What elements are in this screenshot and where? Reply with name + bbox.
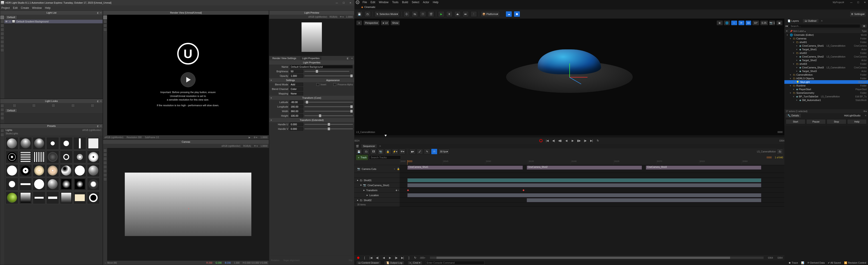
brightness-slider[interactable] [305, 71, 349, 72]
width-slider[interactable] [305, 111, 353, 112]
look-tool-d-icon[interactable] [0, 116, 4, 120]
rv-opts-icon[interactable]: ⚙ ▾ [254, 136, 257, 139]
cmd-button[interactable]: >_ Cmd ▾ [408, 261, 423, 265]
outliner-row[interactable]: ▾🌐Cinematic (Editor)World [784, 33, 868, 37]
hdrls-studio-tab[interactable]: HdrLightStudio [842, 114, 862, 117]
lon-input[interactable]: 180.00 [289, 105, 303, 108]
rv-tool-d-icon[interactable] [103, 28, 107, 31]
loop-button[interactable]: ↻ [596, 139, 600, 143]
tab-light-properties[interactable]: Light Properties [301, 56, 321, 60]
goto-start-button[interactable]: |◀ [545, 139, 549, 143]
tool-solo-icon[interactable] [0, 32, 4, 35]
preset-item[interactable] [60, 151, 72, 163]
prop-blendch-select[interactable]: Color [289, 87, 303, 91]
hu-slider[interactable] [305, 124, 353, 125]
seq-loop-button[interactable]: ↻ [413, 256, 417, 260]
outliner-settings-button[interactable]: ⚙ [861, 24, 867, 28]
step-button[interactable]: ⏭ [463, 11, 469, 17]
more-play-button[interactable]: ⋮ [471, 11, 477, 17]
chevron-down-icon[interactable]: ▾ [796, 66, 798, 69]
clip[interactable] [407, 193, 761, 197]
menu-window[interactable]: Window [32, 6, 42, 9]
lp-eye-icon[interactable]: 👁 ▾ [340, 16, 344, 18]
width-input[interactable]: 360.00 [289, 109, 303, 113]
seq-step-fwd-button[interactable]: |▶ [394, 256, 398, 260]
record-button[interactable] [539, 139, 543, 143]
chevron-down-icon[interactable]: ▾ [796, 99, 798, 102]
clip[interactable]: CineCamera_Shot2 [527, 165, 642, 170]
preset-item[interactable] [60, 178, 72, 190]
outliner-row[interactable]: ▾🗀HDRLS ObjectsFolder [784, 77, 868, 80]
canvas-tool-f-icon[interactable] [103, 169, 107, 173]
undock-icon[interactable]: ◧ [97, 125, 99, 127]
status-saved[interactable]: ✔ All Saved [828, 261, 841, 264]
track-location[interactable]: ▸ Location [354, 193, 400, 198]
cinematics-button[interactable]: 🎬 [428, 11, 434, 17]
close-icon[interactable]: ✕ [100, 11, 102, 14]
undock-icon[interactable]: ◧ [97, 100, 99, 102]
seq-snap-button[interactable]: ⊓ [431, 149, 437, 155]
track-transform[interactable]: ▸ Transform◆＋ [354, 188, 400, 193]
tool-lock-icon[interactable] [0, 36, 4, 39]
play-forward-button[interactable]: ▶ [570, 139, 575, 143]
ue-max-button[interactable]: ☐ [855, 0, 861, 4]
preset-item[interactable] [46, 137, 59, 150]
seq-name[interactable]: LS_CameraMotion [757, 151, 776, 153]
play-reverse-button[interactable]: ◀ [564, 139, 568, 143]
ue-menu-select[interactable]: Select [412, 1, 419, 4]
step-back-button[interactable]: ◀▮ [558, 139, 562, 143]
seq-goto-start-button[interactable]: |◀ [369, 256, 373, 260]
preset-item[interactable] [46, 151, 59, 163]
prop-brightness-input[interactable]: 50 [289, 70, 303, 73]
outliner-row[interactable]: ▾🗀shot03Folder [784, 62, 868, 66]
presets-tab-studio[interactable]: StudioLights [6, 132, 18, 135]
selection-mode-button[interactable]: 🖱 Selection Mode ▾ [375, 11, 400, 17]
light-preview-view[interactable] [269, 19, 354, 55]
rv-play-icon[interactable]: ▶ [249, 136, 250, 139]
viewport[interactable]: ≡ Perspective ● Lit Show ⊕ 🌐 ↔ ⟳ 10 10° … [354, 19, 784, 135]
prop-name-input[interactable] [289, 65, 353, 69]
chevron-down-icon[interactable]: ▾ [790, 77, 792, 80]
outliner-row[interactable]: ▾◆CineCamera_Shot2LS_CameraMotionCineCam… [784, 55, 868, 58]
status-derived[interactable]: ⟳ Derived Data [807, 261, 825, 264]
menu-project[interactable]: Project [1, 6, 10, 9]
outliner-row[interactable]: ▾◆CineCamera_Shot1LS_CameraMotionCineCam… [784, 44, 868, 48]
gizmo-x-axis[interactable] [569, 77, 587, 77]
rv-exposure[interactable]: 1.0000 [260, 136, 268, 139]
prev-key-button[interactable]: ◀| [552, 139, 556, 143]
canvas-view[interactable]: + [107, 148, 269, 261]
lp-channel[interactable]: RGB(A) [330, 16, 338, 18]
preset-item[interactable] [19, 178, 32, 190]
chevron-down-icon[interactable]: ▾ [796, 45, 798, 47]
transform-ext-header[interactable]: ▾Transform (Extended) [269, 118, 354, 122]
look-tool-b-icon[interactable] [0, 108, 4, 112]
menu-create[interactable]: Create [21, 6, 29, 9]
seq-camera-button[interactable]: 📷 [377, 149, 384, 155]
level-tab[interactable]: Cinematic [364, 6, 375, 8]
preset-item[interactable] [46, 178, 59, 190]
settings-button[interactable]: ⚙ Settings ▾ [849, 11, 866, 17]
seq-save-button[interactable]: 💾 [356, 149, 362, 155]
rv-colorspace[interactable]: sRGB (rgbMonitor) [104, 136, 123, 139]
slider-opts-icon[interactable]: ⋮ [350, 70, 353, 73]
outliner-row[interactable]: ▾🗀RuntimeFolder [784, 84, 868, 87]
outliner-col-type[interactable]: Type [862, 30, 867, 32]
seq-out-frame[interactable]: 0364 [768, 257, 773, 259]
seq-record-button[interactable] [356, 256, 360, 260]
outliner-row[interactable]: ▾◆BP_TurnTableSetLS_CameraMotionEdit BP_… [784, 95, 868, 98]
seq-autokey-button[interactable]: 🖊 [416, 149, 423, 155]
lat-input[interactable]: -80.00 [289, 100, 303, 104]
preset-item[interactable] [19, 164, 32, 177]
preserve-alpha-checkbox[interactable] [333, 83, 336, 86]
key-icon[interactable]: ◆＋ [396, 189, 400, 192]
seq-range-in[interactable]: 0000 [767, 156, 772, 159]
preset-tool-b-icon[interactable] [0, 133, 4, 137]
canvas-tool-e-icon[interactable] [103, 165, 107, 169]
outliner-row[interactable]: ▾🗀CameraMotionFolder [784, 73, 868, 77]
preset-tool-a-icon[interactable] [0, 129, 4, 132]
keyframe-icon[interactable] [522, 189, 524, 191]
outliner-row[interactable]: ▾◆PlayerStartPlayerStart [784, 87, 868, 91]
tool-duplicate-icon[interactable] [0, 44, 4, 48]
track-add-icon[interactable]: ＋ [393, 167, 396, 170]
chevron-down-icon[interactable]: ▾ [790, 73, 792, 76]
